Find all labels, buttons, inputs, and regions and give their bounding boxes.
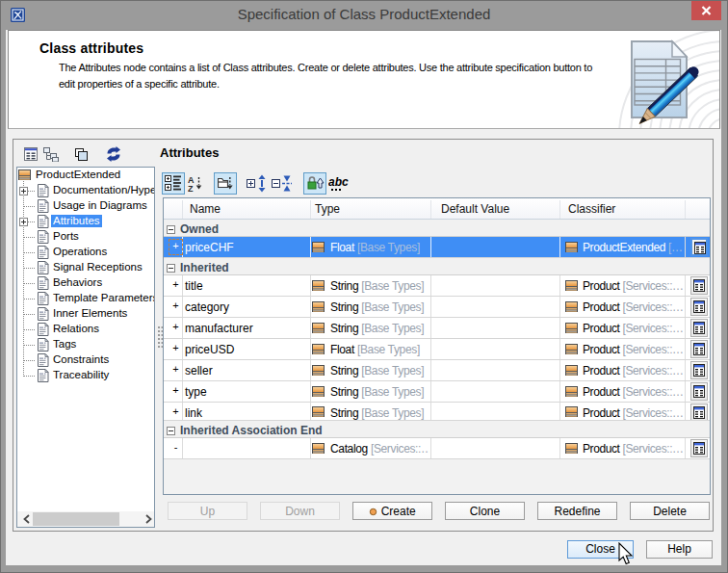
svg-text:Z: Z [188,184,194,193]
svg-text:abc: abc [328,176,349,189]
